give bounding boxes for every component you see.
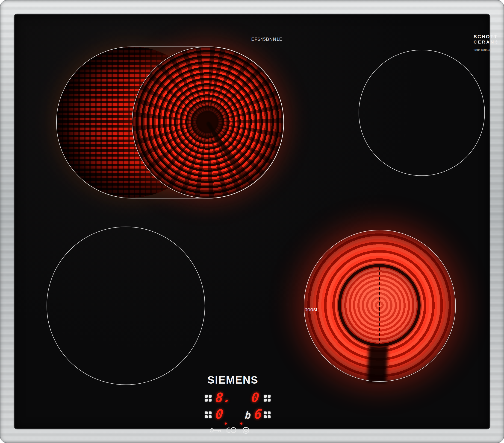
display-front-left-level: 0	[215, 408, 224, 421]
zone-selector-squares-front-right[interactable]	[264, 411, 271, 418]
cooktop-photo: boost EF645BNN1E SCHOTT CERAN® 900116862…	[0, 0, 504, 443]
dual-zone-icon[interactable]	[242, 427, 250, 434]
dual-zone-indicator-dot	[240, 423, 242, 425]
zone-selector-squares-rear-right[interactable]	[264, 395, 271, 402]
timer-icon[interactable]	[227, 427, 237, 434]
zone-rear-right	[359, 50, 485, 176]
schott-line1: SCHOTT	[474, 34, 504, 40]
display-front-right-prefix: b	[245, 409, 251, 421]
key-lock-icon[interactable]	[210, 427, 222, 434]
zone-selector-squares-front-left[interactable]	[205, 411, 212, 418]
model-number: EF645BNN1E	[244, 37, 290, 42]
glass-surface: boost EF645BNN1E SCHOTT CERAN® 900116862…	[15, 15, 489, 428]
schott-line2: CERAN®	[474, 40, 504, 45]
siemens-logo: SIEMENS	[207, 374, 258, 386]
serial-number: 9001168620	[474, 48, 504, 52]
timer-indicator-dot	[225, 423, 227, 425]
boost-label: boost	[305, 307, 317, 313]
display-rear-left-level: 8.	[215, 391, 231, 404]
display-front-right-level: 6	[254, 408, 263, 421]
zone-selector-squares-rear-left[interactable]	[205, 395, 212, 402]
zone-rear-left-circle-outline	[132, 47, 284, 199]
schott-ceran-logo: SCHOTT CERAN® 9001168620	[474, 34, 504, 52]
display-rear-right-level: 0	[251, 391, 260, 404]
zone-front-left	[47, 227, 205, 385]
zone-front-right-outline	[304, 230, 456, 382]
